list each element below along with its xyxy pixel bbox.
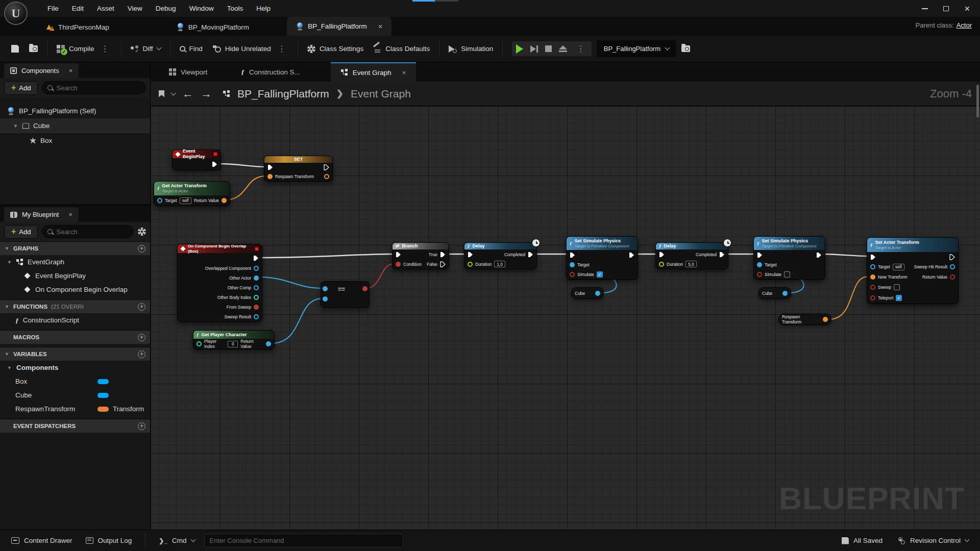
variable-type-pill[interactable] [97, 393, 109, 398]
teleport-pin[interactable] [870, 295, 875, 300]
tab-event-graph[interactable]: Event Graph × [331, 62, 416, 82]
completed-exec-pin[interactable] [719, 252, 725, 258]
debug-object-dropdown[interactable]: BP_FallingPlatform [597, 40, 676, 57]
row-variable-cube[interactable]: Cube [0, 388, 150, 402]
exec-in-pin[interactable] [870, 254, 876, 260]
target-value-box[interactable]: self [893, 264, 904, 270]
close-window-icon[interactable]: × [964, 6, 970, 11]
sweep-hit-result-pin[interactable] [950, 264, 955, 269]
add-graph-icon[interactable]: + [138, 245, 145, 253]
player-index-pin[interactable] [197, 341, 202, 346]
tab-components-panel[interactable]: Components × [4, 63, 79, 78]
row-event-beginplay[interactable]: Event BeginPlay [0, 269, 150, 283]
other-comp-pin[interactable] [254, 285, 259, 290]
equal-input-b-pin[interactable] [323, 296, 328, 302]
row-constructionscript[interactable]: ƒ ConstructionScript [0, 313, 150, 327]
breakpoint-icon[interactable] [255, 247, 259, 251]
frame-skip-icon[interactable] [530, 45, 538, 53]
breadcrumb-root[interactable]: BP_FallingPlatform [237, 88, 329, 100]
return-value-pin[interactable] [222, 198, 227, 203]
row-components-category[interactable]: ▼ Components [0, 361, 150, 374]
class-defaults-button[interactable]: Class Defaults [369, 41, 435, 57]
overlapped-component-pin[interactable] [254, 266, 259, 271]
exec-out-pin[interactable] [816, 252, 822, 258]
play-options-icon[interactable]: ⋮ [574, 44, 587, 54]
exec-out-pin[interactable] [324, 164, 329, 170]
exec-in-pin[interactable] [659, 252, 665, 258]
all-saved-button[interactable]: All Saved [838, 534, 887, 547]
target-pin[interactable] [757, 262, 762, 267]
return-value-pin[interactable] [266, 341, 271, 346]
true-exec-pin[interactable] [440, 252, 446, 258]
content-drawer-button[interactable]: Content Drawer [7, 534, 77, 547]
tab-thirdpersonmap[interactable]: ThirdPersonMap [37, 18, 118, 36]
node-set-simulate-physics-1[interactable]: ƒ Set Simulate Physics Target is Primiti… [566, 236, 638, 280]
node-set-simulate-physics-2[interactable]: ƒ Set Simulate Physics Target is Primiti… [753, 236, 825, 280]
sweep-result-pin[interactable] [254, 314, 259, 319]
node-respawn-transform-variable[interactable]: Respawn Transform [778, 314, 831, 325]
cube-output-pin[interactable] [782, 291, 788, 296]
nav-forward-icon[interactable]: → [201, 89, 212, 99]
row-event-overlap[interactable]: On Component Begin Overlap [0, 283, 150, 296]
tree-row-self[interactable]: BP_FallingPlatform (Self) [0, 104, 150, 118]
equal-result-pin[interactable] [362, 286, 368, 291]
bookmark-chevron-icon[interactable] [171, 91, 176, 96]
exec-out-pin[interactable] [949, 254, 955, 260]
simulation-button[interactable]: Simulation [444, 41, 498, 57]
condition-pin[interactable] [396, 262, 401, 267]
event-dispatchers-section-header[interactable]: EVENT DISPATCHERS + [0, 419, 150, 433]
node-event-beginplay[interactable]: Event BeginPlay [172, 149, 221, 170]
target-pin[interactable] [870, 264, 875, 269]
panel-settings-gear-icon[interactable] [138, 228, 146, 236]
add-blueprint-item-button[interactable]: + Add [4, 225, 38, 239]
collapse-arrow-icon[interactable]: ▼ [7, 365, 12, 370]
revision-control-button[interactable]: Revision Control [894, 534, 973, 547]
add-component-button[interactable]: + Add [4, 81, 38, 95]
simulate-pin[interactable] [570, 272, 575, 277]
hide-unrelated-button[interactable]: Hide Unrelated ⋮ [208, 40, 293, 58]
simulate-checkbox-unchecked[interactable] [784, 271, 790, 278]
node-delay-2[interactable]: ƒ Delay Completed Duration 5,0 [655, 242, 728, 269]
node-branch[interactable]: ⇄ Branch True Condition False [392, 242, 449, 269]
class-settings-button[interactable]: Class Settings [302, 41, 369, 57]
eject-icon[interactable] [559, 45, 567, 52]
browse-asset-button[interactable] [24, 41, 43, 56]
components-search-input[interactable] [56, 84, 140, 92]
functions-section-header[interactable]: ▼ FUNCTIONS (21 OVERRI + [0, 299, 150, 313]
breakpoint-icon[interactable] [213, 152, 217, 156]
other-body-index-pin[interactable] [254, 295, 259, 300]
minimize-icon[interactable] [922, 8, 928, 9]
node-set-respawn-transform[interactable]: SET Respawn Transform [264, 156, 333, 182]
parent-class-link[interactable]: Actor [957, 21, 972, 29]
exec-in-pin[interactable] [570, 252, 575, 258]
nav-back-icon[interactable]: ← [182, 89, 193, 99]
menu-help[interactable]: Help [250, 2, 277, 15]
variables-section-header[interactable]: ▼ VARIABLES + [0, 347, 150, 361]
exec-out-pin[interactable] [253, 255, 259, 261]
player-index-value-box[interactable]: 0 [228, 341, 238, 347]
tab-my-blueprint-panel[interactable]: My Blueprint × [4, 207, 79, 222]
sweep-pin[interactable] [870, 285, 875, 290]
cmd-dropdown[interactable]: ❯_ Cmd [155, 534, 199, 547]
target-value-box[interactable]: self [180, 197, 191, 204]
completed-exec-pin[interactable] [528, 252, 533, 258]
my-blueprint-search[interactable] [42, 225, 134, 238]
node-cube-variable-1[interactable]: Cube [571, 287, 604, 299]
tab-bp-movingplatform[interactable]: BP_MovingPlatform [167, 18, 258, 36]
exec-in-pin[interactable] [267, 164, 273, 170]
save-button[interactable] [6, 41, 24, 57]
exec-in-pin[interactable] [468, 252, 473, 258]
add-variable-icon[interactable]: + [138, 350, 145, 358]
graphs-section-header[interactable]: ▼ GRAPHS + [0, 241, 150, 255]
target-pin[interactable] [570, 262, 575, 267]
hide-unrelated-options-icon[interactable]: ⋮ [275, 44, 288, 54]
duration-pin[interactable] [468, 262, 473, 267]
maximize-icon[interactable] [943, 6, 949, 11]
close-tab-icon[interactable]: × [378, 22, 383, 31]
node-equal[interactable]: == [321, 281, 370, 308]
other-actor-pin[interactable] [254, 276, 259, 281]
tree-row-cube[interactable]: ▼ Cube [0, 118, 150, 133]
stop-icon[interactable] [545, 45, 552, 52]
node-set-actor-transform[interactable]: ƒ Set Actor Transform Target is Actor [867, 237, 959, 304]
close-tab-icon[interactable]: × [402, 69, 406, 77]
